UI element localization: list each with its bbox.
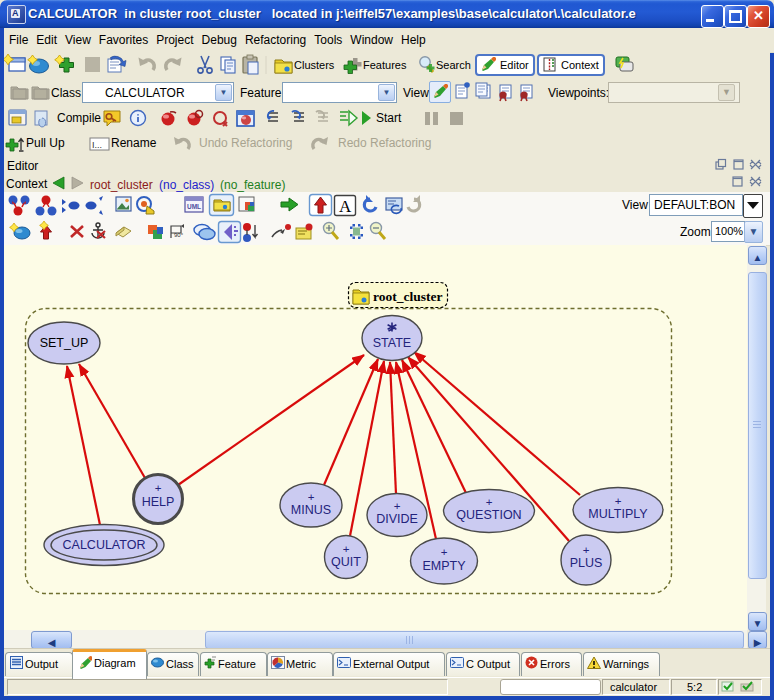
svg-text:EMPTY: EMPTY (422, 559, 466, 573)
svg-text:+: + (615, 495, 622, 507)
svg-text:+: + (486, 496, 493, 508)
svg-text:I...: I... (92, 140, 102, 150)
svg-text:+: + (155, 482, 162, 494)
svg-text:UML: UML (187, 203, 201, 210)
svg-text:HELP: HELP (142, 495, 175, 509)
svg-text:STATE: STATE (373, 336, 411, 350)
svg-text:CALCULATOR: CALCULATOR (63, 538, 146, 552)
svg-text:90°: 90° (174, 232, 184, 238)
svg-text:+: + (394, 500, 401, 512)
svg-text:DIVIDE: DIVIDE (376, 512, 418, 526)
svg-text:+: + (343, 543, 350, 555)
svg-text:PLUS: PLUS (570, 556, 603, 570)
svg-text:QUIT: QUIT (331, 555, 361, 569)
svg-text:QUESTION: QUESTION (456, 508, 521, 522)
svg-text:+: + (441, 546, 448, 558)
svg-text:root_cluster: root_cluster (373, 289, 442, 304)
svg-text:MULTIPLY: MULTIPLY (588, 507, 648, 521)
svg-text:+: + (583, 544, 590, 556)
svg-text:SET_UP: SET_UP (40, 336, 89, 350)
svg-text:A: A (339, 197, 352, 216)
svg-text:+: + (308, 491, 315, 503)
svg-text:MINUS: MINUS (291, 503, 331, 517)
